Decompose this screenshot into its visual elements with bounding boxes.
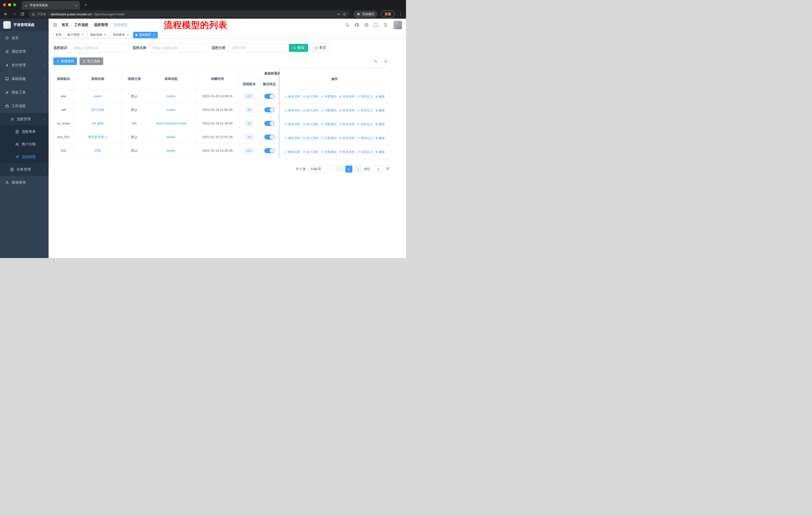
browser-menu-button[interactable] xyxy=(399,12,403,16)
import-process-button[interactable]: 导入流程 xyxy=(80,57,103,65)
reset-button[interactable]: 重置 xyxy=(311,44,330,52)
bookmark-star-icon[interactable] xyxy=(343,12,346,16)
tab-租户管理[interactable]: 租户管理× xyxy=(65,32,87,38)
action-分配规则[interactable]: 分配规则 xyxy=(321,122,337,127)
action-流程定义[interactable]: 流程定义 xyxy=(357,94,373,99)
action-修改流程[interactable]: 修改流程 xyxy=(284,150,300,154)
sidebar-item-首页[interactable]: 首页 xyxy=(0,31,49,45)
new-tab-button[interactable] xyxy=(84,3,87,6)
process-name-link[interactable]: OA 请假 xyxy=(92,121,104,125)
tab-close-icon[interactable]: × xyxy=(75,3,78,7)
active-toggle[interactable] xyxy=(264,94,274,99)
action-流程定义[interactable]: 流程定义 xyxy=(357,108,373,113)
action-分配规则[interactable]: 分配规则 xyxy=(321,136,337,140)
tab-流程模型[interactable]: 流程模型× xyxy=(133,32,158,38)
action-设计流程[interactable]: 设计流程 xyxy=(302,122,318,127)
address-bar[interactable]: 不安全 dashboard.yudao.iocoder.cn /bpm/mana… xyxy=(28,10,350,18)
action-修改流程[interactable]: 修改流程 xyxy=(284,94,300,99)
action-发布流程[interactable]: 发布流程 xyxy=(339,136,355,140)
fullscreen-button[interactable] xyxy=(374,23,378,27)
browser-tab[interactable]: 芋道管理系统 × xyxy=(22,1,80,9)
action-分配规则[interactable]: 分配规则 xyxy=(321,108,337,113)
tab-close-icon[interactable]: × xyxy=(126,33,129,37)
form-info-link[interactable]: /bpm/oa/leave/create xyxy=(156,121,186,125)
sidebar-item-工作流程[interactable]: 工作流程 xyxy=(0,99,49,113)
search-button[interactable]: 搜索 xyxy=(289,44,308,52)
active-toggle[interactable] xyxy=(264,148,274,153)
github-button[interactable] xyxy=(355,23,359,27)
form-info-link[interactable]: biubiu xyxy=(167,108,175,112)
search-button[interactable] xyxy=(345,23,349,27)
close-window-button[interactable] xyxy=(3,3,6,6)
sidebar-toggle-hamburger-icon[interactable] xyxy=(53,22,58,27)
action-删除[interactable]: 删除 xyxy=(375,94,385,99)
action-删除[interactable]: 删除 xyxy=(375,122,385,127)
sidebar-item-支付管理[interactable]: 支付管理 xyxy=(0,58,49,72)
sidebar-item-用户分组[interactable]: 用户分组 xyxy=(0,138,49,151)
fontsize-button[interactable] xyxy=(383,23,388,27)
action-修改流程[interactable]: 修改流程 xyxy=(284,122,300,127)
question-button[interactable] xyxy=(364,23,369,27)
tab-首页[interactable]: 首页 xyxy=(53,32,64,38)
tab-close-icon[interactable]: × xyxy=(104,33,107,37)
breadcrumb-item[interactable]: 工作流程 xyxy=(74,23,88,27)
password-key-icon[interactable] xyxy=(337,12,341,16)
action-发布流程[interactable]: 发布流程 xyxy=(339,150,355,154)
action-修改流程[interactable]: 修改流程 xyxy=(284,136,300,140)
sidebar-item-任务管理[interactable]: 任务管理 xyxy=(0,163,49,176)
action-分配规则[interactable]: 分配规则 xyxy=(321,94,337,99)
process-name-link[interactable]: 自己审批 xyxy=(91,108,104,112)
tab-流程表单[interactable]: 流程表单× xyxy=(111,32,132,38)
active-toggle[interactable] xyxy=(264,135,274,140)
update-button[interactable]: 更新 xyxy=(381,10,395,18)
minimize-window-button[interactable] xyxy=(8,3,11,6)
sidebar-item-流程模型[interactable]: 流程模型 xyxy=(0,151,49,163)
action-流程定义[interactable]: 流程定义 xyxy=(357,150,373,154)
process-name-input[interactable] xyxy=(149,43,205,52)
process-name-link[interactable]: 测试多审批人 xyxy=(88,135,108,139)
active-toggle[interactable] xyxy=(264,107,274,112)
form-info-link[interactable]: biubiu xyxy=(167,135,175,139)
process-name-link[interactable]: 滔博 xyxy=(94,148,101,153)
sidebar-item-系统管理[interactable]: 系统管理 xyxy=(0,45,49,58)
action-设计流程[interactable]: 设计流程 xyxy=(302,94,318,99)
prev-page-button[interactable] xyxy=(336,166,343,172)
sidebar-item-基础设施[interactable]: 基础设施 xyxy=(0,72,49,86)
breadcrumb-item[interactable]: 首页 xyxy=(62,23,69,27)
page-number-button[interactable]: 1 xyxy=(345,166,352,172)
action-设计流程[interactable]: 设计流程 xyxy=(302,136,318,140)
reload-icon[interactable] xyxy=(20,12,25,17)
action-发布流程[interactable]: 发布流程 xyxy=(339,122,355,127)
process-name-link[interactable]: eeee xyxy=(94,94,102,98)
user-avatar[interactable] xyxy=(394,21,402,29)
toggle-search-button[interactable] xyxy=(372,57,379,65)
sidebar-item-研发工具[interactable]: 研发工具 xyxy=(0,86,49,99)
action-流程定义[interactable]: 流程定义 xyxy=(357,136,373,140)
category-select[interactable]: 流程分类 xyxy=(229,43,286,52)
action-发布流程[interactable]: 发布流程 xyxy=(339,108,355,113)
action-分配规则[interactable]: 分配规则 xyxy=(321,150,337,154)
tab-我的流程[interactable]: 我的流程× xyxy=(88,32,109,38)
sidebar-item-流程表单[interactable]: 流程表单 xyxy=(0,126,49,138)
form-info-link[interactable]: biubiu xyxy=(167,94,175,98)
sidebar-item-请假查询[interactable]: 请假查询 xyxy=(0,176,49,189)
goto-page-input[interactable] xyxy=(373,166,384,172)
back-icon[interactable] xyxy=(3,12,8,17)
active-toggle[interactable] xyxy=(264,121,274,126)
action-修改流程[interactable]: 修改流程 xyxy=(284,108,300,113)
action-删除[interactable]: 删除 xyxy=(375,150,385,154)
tab-close-icon[interactable]: × xyxy=(152,33,155,37)
refresh-table-button[interactable] xyxy=(382,57,389,65)
action-删除[interactable]: 删除 xyxy=(375,108,385,113)
tab-close-icon[interactable]: × xyxy=(81,33,84,37)
next-page-button[interactable] xyxy=(355,166,362,172)
forward-icon[interactable] xyxy=(12,12,17,17)
app-logo[interactable]: 芋道管理系统 xyxy=(0,19,49,31)
action-设计流程[interactable]: 设计流程 xyxy=(302,150,318,154)
action-流程定义[interactable]: 流程定义 xyxy=(357,122,373,127)
action-发布流程[interactable]: 发布流程 xyxy=(339,94,355,99)
page-size-select[interactable]: 10条/页 xyxy=(308,166,334,172)
action-设计流程[interactable]: 设计流程 xyxy=(302,108,318,113)
zoom-window-button[interactable] xyxy=(13,3,16,6)
create-process-button[interactable]: 新建流程 xyxy=(53,57,77,65)
